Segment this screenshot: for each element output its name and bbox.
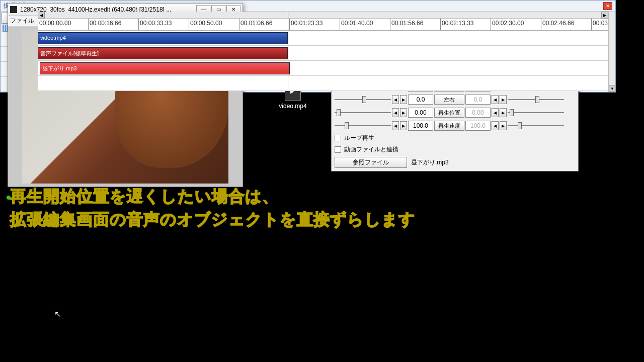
spin-right-dec[interactable]: ◀	[492, 95, 499, 104]
slider-left[interactable]	[335, 96, 391, 103]
param-row-左右: ◀▶0.0左右0.0◀▶	[335, 95, 575, 105]
value-left[interactable]: 0.00	[408, 108, 433, 118]
ruler-tick: 00:00:33.33	[138, 19, 172, 30]
param-name-button[interactable]: 左右	[434, 95, 464, 105]
value-right[interactable]: 100.0	[465, 121, 491, 131]
sync-label: 動画ファイルと連携	[344, 145, 398, 154]
slider-left[interactable]	[335, 109, 391, 116]
time-ruler[interactable]: 00:00:00.0000:00:16.6600:00:33.3300:00:5…	[38, 19, 608, 31]
reference-file-value: 昼下がり.mp3	[411, 158, 449, 167]
audio-clip-2[interactable]: 昼下がり.mp3	[40, 62, 290, 74]
spin-right-inc[interactable]: ▶	[500, 95, 507, 104]
ruler-tick: 00:03:	[591, 19, 608, 30]
ruler-tick: 00:01:06.66	[239, 19, 272, 30]
param-row-再生速度: ◀▶100.0再生速度100.0◀▶	[335, 121, 575, 131]
video-clip[interactable]: video.mp4	[38, 32, 288, 44]
spin-left-inc[interactable]: ▶	[400, 95, 407, 104]
slider-right[interactable]	[508, 96, 564, 103]
loop-label: ループ再生	[344, 134, 374, 142]
mouse-cursor	[54, 309, 61, 319]
sync-checkbox[interactable]	[335, 146, 341, 153]
ruler-tick: 00:02:13.33	[440, 19, 473, 30]
close-icon[interactable]: ✕	[603, 2, 612, 10]
icon-label: video.mp4	[268, 103, 318, 110]
subtitle-line1: 再生開始位置を遅くしたい場合は、	[10, 185, 279, 208]
scroll-left-icon[interactable]: ◀	[38, 12, 45, 19]
spin-right-dec[interactable]: ◀	[492, 121, 499, 130]
track-4[interactable]	[38, 76, 608, 91]
value-left[interactable]: 0.0	[408, 95, 433, 105]
ruler-tick: 00:02:46.66	[541, 19, 574, 30]
ruler-tick: 00:00:16.66	[88, 19, 121, 30]
ruler-tick: 00:01:40.00	[340, 19, 373, 30]
timeline-track-area[interactable]: ◀ ▶ 00:00:00.0000:00:16.6600:00:33.3300:…	[38, 12, 608, 92]
value-right[interactable]: 0.0	[465, 95, 491, 105]
slider-right[interactable]	[508, 109, 564, 116]
track-3[interactable]: 昼下がり.mp3	[38, 61, 608, 76]
h-scrollbar[interactable]: ◀ ▶	[38, 12, 608, 19]
param-name-button[interactable]: 再生位置	[434, 108, 464, 118]
slider-right[interactable]	[508, 122, 564, 129]
scroll-down-icon[interactable]: ▼	[609, 85, 616, 92]
ruler-tick: 00:00:50.00	[189, 19, 222, 30]
param-row-再生位置: ◀▶0.00再生位置0.00◀▶	[335, 108, 575, 118]
ruler-tick: 00:00:00.00	[38, 19, 71, 30]
spin-left-dec[interactable]: ◀	[392, 108, 399, 117]
value-left[interactable]: 100.0	[408, 121, 433, 131]
ruler-tick: 00:02:30.00	[491, 19, 524, 30]
slider-left[interactable]	[335, 122, 391, 129]
track-1[interactable]: video.mp4	[38, 31, 608, 46]
subtitle-line2: 拡張編集画面の音声のオブジェクトを直接ずらします	[10, 208, 416, 231]
param-name-button[interactable]: 再生速度	[434, 121, 464, 131]
spin-right-inc[interactable]: ▶	[500, 121, 507, 130]
spin-left-inc[interactable]: ▶	[400, 121, 407, 130]
menu-file[interactable]: ファイル	[10, 17, 34, 25]
ruler-tick: 00:01:56.66	[390, 19, 423, 30]
v-scrollbar[interactable]: ▼	[608, 12, 615, 92]
spin-right-dec[interactable]: ◀	[492, 108, 499, 117]
scroll-right-icon[interactable]: ▶	[601, 12, 608, 19]
loop-checkbox[interactable]	[335, 135, 341, 141]
ruler-tick: 00:01:23.33	[289, 19, 323, 30]
spin-left-inc[interactable]: ▶	[400, 108, 407, 117]
audio-clip-1[interactable]: 音声ファイル[標準再生]	[38, 47, 288, 59]
track-2[interactable]: 音声ファイル[標準再生]	[38, 46, 608, 61]
spin-left-dec[interactable]: ◀	[392, 95, 399, 104]
app-icon	[10, 6, 17, 13]
value-right[interactable]: 0.00	[465, 108, 491, 118]
timeline-window: 拡張編集 [00:00:01.00] [31/2518] ✕ Root Laye…	[0, 0, 616, 93]
spin-right-inc[interactable]: ▶	[500, 108, 507, 117]
reference-file-button[interactable]: 参照ファイル	[335, 157, 407, 168]
spin-left-dec[interactable]: ◀	[392, 121, 399, 130]
